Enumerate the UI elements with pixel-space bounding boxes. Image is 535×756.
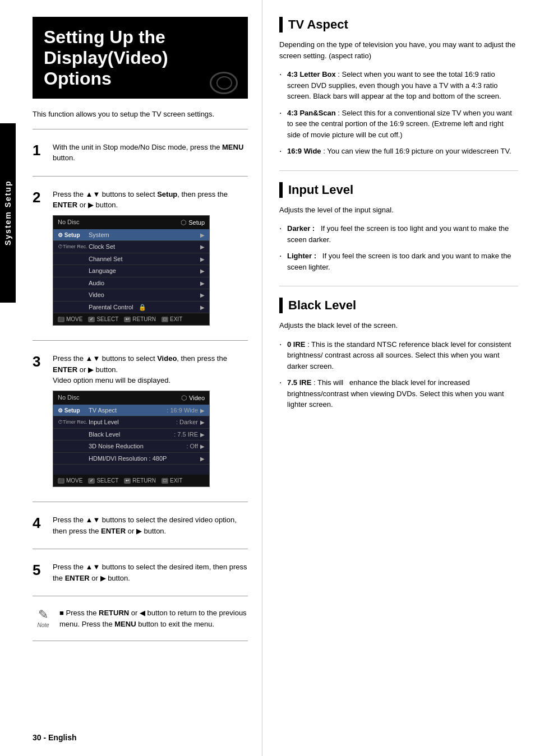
input-level-intro: Adjusts the level of the input signal. (279, 205, 518, 216)
menu-2-arrow-5: ▶ (200, 454, 205, 463)
divider-3 (33, 340, 248, 341)
tv-aspect-intro: Depending on the type of television you … (279, 39, 518, 61)
menu-1-arrow-3: ▶ (200, 255, 205, 263)
black-level-bullet-2: · 7.5 IRE : This will enhance the black … (279, 377, 518, 410)
black-level-bar (279, 298, 283, 313)
menu-2-footer-exit: □ EXIT (162, 476, 182, 485)
step-1-number: 1 (33, 142, 53, 164)
right-column: TV Aspect Depending on the type of telev… (262, 0, 535, 756)
step-5-number: 5 (33, 562, 53, 583)
menu-2-row-4: 3D Noise Reduction : Off ▶ (53, 440, 209, 453)
menu-1-row-3: Channel Set ▶ (53, 253, 209, 266)
bullet-dot-4: · (279, 223, 285, 245)
divider-6 (33, 596, 248, 596)
menu-1-footer: ⬛ MOVE ✓ SELECT ↩ RETURN □ EXIT (53, 313, 209, 325)
input-level-bullet-1: · Darker : If you feel the screen is too… (279, 223, 518, 245)
menu-1-footer-select: ✓ SELECT (88, 315, 118, 323)
menu-1-arrow-6: ▶ (200, 291, 205, 299)
divider-2 (33, 176, 248, 177)
menu-2-value-1: : 16:9 Wide (167, 406, 198, 415)
menu-1-label-1: System (89, 230, 198, 240)
menu-2-arrow-4: ▶ (200, 442, 205, 451)
step-3-content: Press the ▲▼ buttons to select Video, th… (53, 353, 248, 489)
page-title: Setting Up the Display(Video) Options (44, 27, 237, 89)
divider-1 (33, 129, 248, 129)
menu-1-row-1: ⚙ Setup System ▶ (53, 229, 209, 242)
menu-1-footer-return: ↩ RETURN (124, 315, 156, 323)
menu-2-footer: ⬛ MOVE ✓ SELECT ↩ RETURN □ EXIT (53, 475, 209, 486)
menu-1-arrow-5: ▶ (200, 279, 205, 287)
step-4: 4 Press the ▲▼ buttons to select the des… (33, 509, 248, 542)
black-level-bullet-2-content: 7.5 IRE : This will enhance the black le… (287, 377, 518, 410)
step-5: 5 Press the ▲▼ buttons to select the des… (33, 556, 248, 589)
menu-1-label-3: Channel Set (89, 254, 198, 264)
menu-screenshot-1: No Disc ⬡ Setup ⚙ Setup System ▶ ⏱Timer … (53, 215, 210, 326)
title-block: Setting Up the Display(Video) Options (33, 17, 248, 99)
right-divider-2 (279, 286, 518, 286)
black-level-section: Black Level Adjusts the black level of t… (279, 298, 518, 410)
menu-1-label-6: Video (89, 290, 198, 300)
bullet-dot-3: · (279, 146, 285, 157)
menu-2-arrow-2: ▶ (200, 418, 205, 426)
menu-2-sidebar-2: ⏱Timer Rec. (58, 419, 89, 426)
divider-7 (33, 641, 248, 641)
bullet-dot-5: · (279, 251, 285, 272)
tv-aspect-bullet-2-content: 4:3 Pan&Scan : Select this for a convent… (287, 108, 518, 141)
menu-2-row-5: HDMI/DVI Resolution : 480P ▶ (53, 453, 209, 465)
right-divider-1 (279, 170, 518, 171)
step-5-content: Press the ▲▼ buttons to select the desir… (53, 562, 248, 583)
menu-2-footer-select: ✓ SELECT (88, 476, 118, 485)
note-text: ■ Press the RETURN or ◀ button to return… (59, 607, 248, 629)
menu-2-label-2: Input Level (89, 418, 172, 427)
return-icon: ↩ (124, 317, 131, 322)
menu-2-value-2: : Darker (176, 418, 198, 427)
note-box: ✎ Note ■ Press the RETURN or ◀ button to… (33, 603, 248, 634)
note-label: Note (37, 622, 49, 628)
step-2-content: Press the ▲▼ buttons to select Setup, th… (53, 189, 248, 328)
bullet-dot-2: · (279, 108, 285, 141)
black-level-bullet-1-content: 0 IRE : This is the standard NTSC refere… (287, 339, 518, 372)
page-number: 30 - English (33, 733, 77, 742)
menu-2-row-2: ⏱Timer Rec. Input Level : Darker ▶ (53, 416, 209, 429)
tv-aspect-heading: TV Aspect (288, 17, 348, 32)
menu-1-row-4: Language ▶ (53, 265, 209, 277)
menu-1-label-2: Clock Set (89, 242, 198, 252)
step-2: 2 Press the ▲▼ buttons to select Setup, … (33, 183, 248, 334)
menu-1-arrow-1: ▶ (200, 231, 205, 239)
menu-2-header-right: ⬡ Video (181, 393, 205, 403)
menu-2-footer-move: ⬛ MOVE (58, 476, 82, 485)
sidebar-tab-label: System Setup (3, 180, 12, 246)
gear-icon: ⬡ (181, 217, 186, 228)
menu-screenshot-2: No Disc ⬡ Video ⚙ Setup TV Aspect : 16:9… (53, 391, 210, 488)
step-3-number: 3 (33, 353, 53, 489)
input-level-bullet-1-content: Darker : If you feel the screen is too l… (287, 223, 518, 245)
bullet-dot-7: · (279, 377, 285, 410)
menu-1-row-7: Parental Control 🔒 ▶ (53, 302, 209, 314)
menu-2-value-3: : 7.5 IRE (174, 430, 198, 439)
menu-1-label-7: Parental Control 🔒 (89, 303, 198, 312)
step-2-number: 2 (33, 189, 53, 328)
bullet-dot-6: · (279, 339, 285, 372)
tv-aspect-section: TV Aspect Depending on the type of telev… (279, 17, 518, 157)
menu-1-row-2: ⏱Timer Rec. Clock Set ▶ (53, 241, 209, 253)
intro-text: This function allows you to setup the TV… (33, 109, 248, 120)
menu-1-arrow-2: ▶ (200, 243, 205, 251)
menu-1-header: No Disc ⬡ Setup (53, 216, 209, 229)
black-level-title-row: Black Level (279, 298, 518, 313)
menu-1-sidebar-2: ⏱Timer Rec. (58, 243, 89, 251)
menu-1-arrow-7: ▶ (200, 303, 205, 312)
step-1: 1 With the unit in Stop mode/No Disc mod… (33, 136, 248, 169)
menu-2-row-3: Black Level : 7.5 IRE ▶ (53, 429, 209, 441)
menu-2-label-4: 3D Noise Reduction (89, 442, 182, 451)
menu-2-arrow-3: ▶ (200, 430, 205, 439)
tv-aspect-bullet-2: · 4:3 Pan&Scan : Select this for a conve… (279, 108, 518, 141)
tv-aspect-bullet-3: · 16:9 Wide : You can view the full 16:9… (279, 146, 518, 157)
step-4-number: 4 (33, 514, 53, 536)
menu-1-sidebar-1: ⚙ Setup (58, 231, 89, 239)
menu-1-row-5: Audio ▶ (53, 277, 209, 290)
select-icon: ✓ (88, 317, 95, 322)
step-3: 3 Press the ▲▼ buttons to select Video, … (33, 347, 248, 495)
input-level-bar (279, 182, 283, 198)
return-icon-2: ↩ (124, 478, 131, 484)
menu-2-label-5: HDMI/DVI Resolution : 480P (89, 454, 198, 463)
